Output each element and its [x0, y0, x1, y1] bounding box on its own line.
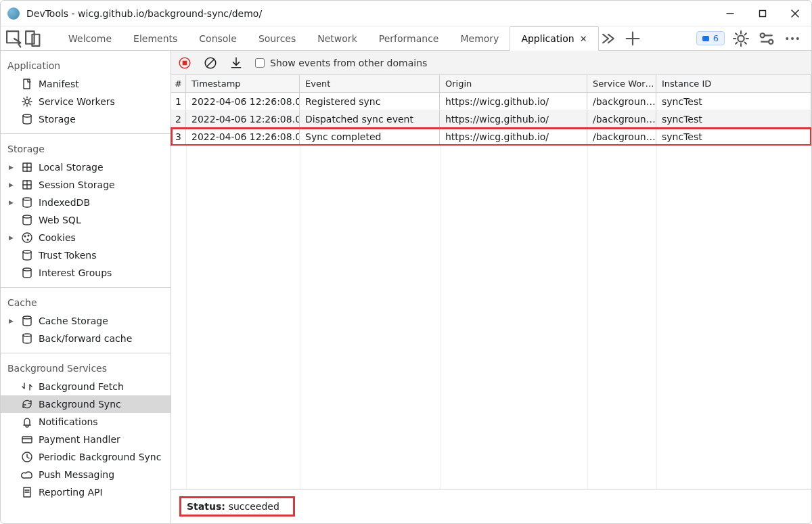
- new-tab-icon[interactable]: [623, 29, 642, 48]
- table-cell: /backgroun…: [587, 110, 656, 127]
- minimize-button[interactable]: [725, 8, 736, 19]
- sidebar-heading: Cache: [1, 293, 171, 312]
- sidebar-item-label: Notifications: [39, 416, 98, 427]
- close-button[interactable]: [790, 8, 800, 19]
- db-icon: [21, 113, 33, 125]
- status-box: Status: succeeded: [179, 496, 295, 517]
- sidebar-item-storage[interactable]: Storage: [1, 110, 171, 128]
- sidebar-item-cache-storage[interactable]: ▶Cache Storage: [1, 312, 171, 330]
- sidebar-heading: Background Services: [1, 359, 171, 378]
- sidebar-item-label: Trust Tokens: [39, 250, 96, 261]
- db-icon: [21, 315, 33, 327]
- sidebar-item-label: Cache Storage: [39, 315, 108, 326]
- sidebar-item-background-fetch[interactable]: Background Fetch: [1, 378, 171, 395]
- svg-point-27: [22, 233, 32, 242]
- maximize-button[interactable]: [757, 8, 768, 19]
- tab-label: Elements: [133, 33, 177, 44]
- sidebar-item-reporting-api[interactable]: Reporting API: [1, 483, 171, 501]
- sidebar-item-label: Storage: [39, 114, 76, 125]
- col-number[interactable]: #: [171, 75, 186, 92]
- tab-label: Sources: [258, 33, 296, 44]
- svg-rect-5: [26, 31, 34, 44]
- sidebar-item-manifest[interactable]: Manifest: [1, 75, 171, 93]
- show-other-domains-checkbox[interactable]: Show events from other domains: [255, 58, 427, 68]
- show-other-domains-input[interactable]: [255, 58, 265, 68]
- clear-button[interactable]: [204, 56, 217, 70]
- record-button[interactable]: [178, 56, 191, 70]
- table-row[interactable]: 22022-04-06 12:26:08.0…Dispatched sync e…: [171, 110, 811, 128]
- sidebar-item-label: Back/forward cache: [39, 333, 132, 344]
- sidebar-item-label: Payment Handler: [39, 434, 120, 445]
- tab-label: Welcome: [68, 33, 112, 44]
- main-panel: Show events from other domains # Timesta…: [171, 51, 811, 523]
- sidebar-item-back-forward-cache[interactable]: Back/forward cache: [1, 330, 171, 347]
- expand-icon[interactable]: ▶: [9, 164, 16, 171]
- tab-welcome[interactable]: Welcome: [58, 26, 122, 50]
- download-button[interactable]: [229, 56, 243, 70]
- issues-badge[interactable]: 6: [696, 31, 725, 45]
- more-menu-icon[interactable]: [783, 29, 802, 48]
- tab-performance[interactable]: Performance: [368, 26, 450, 50]
- tab-memory[interactable]: Memory: [449, 26, 510, 50]
- tab-application[interactable]: Application✕: [510, 26, 598, 51]
- tab-elements[interactable]: Elements: [122, 26, 188, 50]
- expand-icon[interactable]: ▶: [9, 181, 16, 188]
- table-cell: 2022-04-06 12:26:08.0…: [186, 93, 300, 110]
- sidebar-item-cookies[interactable]: ▶Cookies: [1, 229, 171, 246]
- sidebar-item-indexeddb[interactable]: ▶IndexedDB: [1, 194, 171, 211]
- sidebar-item-label: Manifest: [39, 79, 79, 89]
- bell-icon: [21, 416, 33, 428]
- sidebar-item-background-sync[interactable]: Background Sync: [1, 395, 171, 413]
- settings-icon[interactable]: [731, 29, 750, 48]
- col-service-worker[interactable]: Service Wor…: [587, 75, 656, 92]
- table-row[interactable]: 12022-04-06 12:26:08.0…Registered syncht…: [171, 93, 811, 110]
- events-table-header: # Timestamp Event Origin Service Wor… In…: [171, 75, 811, 93]
- svg-line-44: [206, 59, 214, 66]
- status-value: succeeded: [229, 501, 279, 512]
- db-icon: [21, 332, 33, 345]
- col-timestamp[interactable]: Timestamp: [186, 75, 300, 92]
- col-instance-id[interactable]: Instance ID: [656, 75, 811, 92]
- sidebar-item-web-sql[interactable]: Web SQL: [1, 211, 171, 229]
- table-cell: Sync completed: [300, 128, 440, 145]
- sidebar-item-service-workers[interactable]: Service Workers: [1, 93, 171, 110]
- more-tabs-icon[interactable]: [599, 29, 618, 48]
- tab-sources[interactable]: Sources: [248, 26, 307, 50]
- sidebar-item-local-storage[interactable]: ▶Local Storage: [1, 158, 171, 176]
- table-cell: syncTest: [656, 128, 811, 145]
- table-cell: https://wicg.github.io/: [440, 128, 587, 145]
- col-event[interactable]: Event: [300, 75, 440, 92]
- transfer-icon: [21, 380, 33, 393]
- expand-icon[interactable]: ▶: [9, 318, 16, 324]
- sidebar-item-notifications[interactable]: Notifications: [1, 413, 171, 431]
- svg-point-26: [23, 215, 31, 218]
- inspect-icon[interactable]: [5, 29, 24, 48]
- customize-icon[interactable]: [757, 29, 776, 48]
- sidebar-item-periodic-background-sync[interactable]: Periodic Background Sync: [1, 448, 171, 466]
- svg-point-32: [23, 268, 31, 271]
- sidebar-item-interest-groups[interactable]: Interest Groups: [1, 264, 171, 282]
- report-icon: [21, 486, 33, 498]
- col-origin[interactable]: Origin: [440, 75, 587, 92]
- table-row[interactable]: 32022-04-06 12:26:08.0…Sync completedhtt…: [171, 128, 811, 146]
- tab-network[interactable]: Network: [307, 26, 367, 50]
- table-cell: 2022-04-06 12:26:08.0…: [186, 128, 300, 145]
- expand-icon[interactable]: ▶: [9, 199, 16, 206]
- sidebar-item-session-storage[interactable]: ▶Session Storage: [1, 176, 171, 194]
- events-action-bar: Show events from other domains: [171, 51, 811, 75]
- close-icon[interactable]: ✕: [580, 34, 587, 44]
- sidebar-item-label: Background Sync: [39, 399, 121, 410]
- svg-rect-35: [22, 437, 32, 443]
- sidebar-item-payment-handler[interactable]: Payment Handler: [1, 431, 171, 448]
- expand-icon[interactable]: ▶: [9, 234, 16, 241]
- device-toggle-icon[interactable]: [24, 29, 43, 48]
- sidebar-item-label: Cookies: [39, 232, 76, 243]
- event-detail-pane: Status: succeeded: [171, 489, 811, 523]
- svg-point-13: [786, 37, 788, 39]
- sidebar-item-push-messaging[interactable]: Push Messaging: [1, 466, 171, 483]
- svg-point-14: [791, 37, 794, 39]
- sidebar-item-trust-tokens[interactable]: Trust Tokens: [1, 246, 171, 264]
- tab-label: Application: [521, 33, 574, 44]
- tab-console[interactable]: Console: [188, 26, 248, 50]
- table-cell: 3: [171, 128, 186, 145]
